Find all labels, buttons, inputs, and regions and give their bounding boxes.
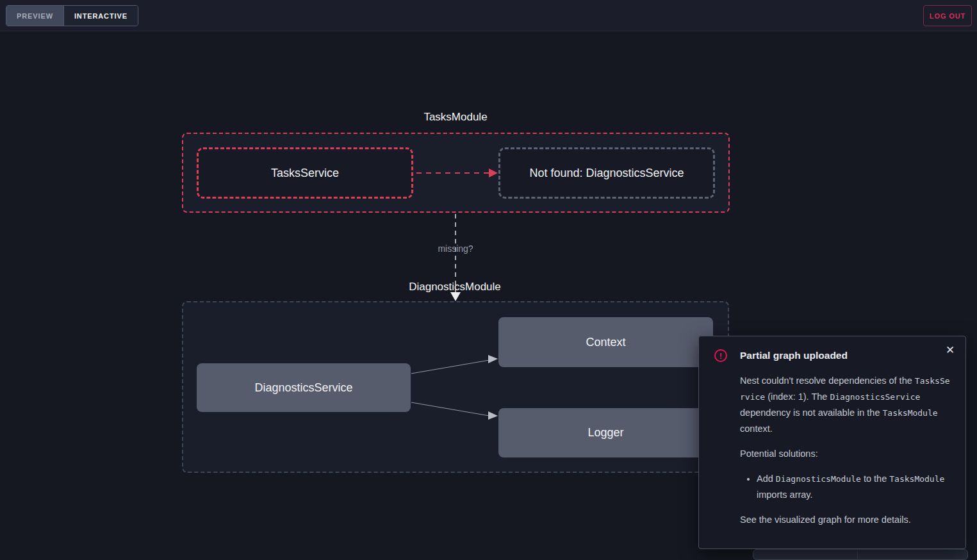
message-text: (index: 1). The bbox=[765, 391, 830, 402]
alert-circle-icon: ! bbox=[714, 349, 727, 362]
code-tasks-module: TasksModule bbox=[889, 474, 944, 484]
node-tasks-service[interactable]: TasksService bbox=[197, 147, 413, 199]
message-text: Nest couldn't resolve dependencies of th… bbox=[740, 375, 915, 386]
node-diagnostics-service[interactable]: DiagnosticsService bbox=[197, 363, 411, 412]
missing-edge-label: missing? bbox=[391, 243, 520, 254]
edge-diagnosticsservice-to-context bbox=[411, 355, 498, 374]
close-icon[interactable]: ✕ bbox=[942, 343, 958, 358]
preview-tab[interactable]: PREVIEW bbox=[6, 6, 64, 26]
node-not-found-diagnostics-service[interactable]: Not found: DiagnosticsService bbox=[498, 147, 715, 199]
solution-text: to the bbox=[861, 474, 889, 484]
notification-body: Nest couldn't resolve dependencies of th… bbox=[740, 373, 950, 528]
graph-controls-left-segment[interactable] bbox=[753, 550, 857, 559]
diagnostics-module-title: DiagnosticsModule bbox=[375, 281, 535, 293]
solution-item: Add DiagnosticsModule to the TasksModule… bbox=[757, 471, 950, 503]
message-text: context. bbox=[740, 424, 773, 434]
potential-solutions-label: Potential solutions: bbox=[740, 446, 950, 462]
node-logger[interactable]: Logger bbox=[498, 408, 713, 457]
notification-header: ! Partial graph uploaded bbox=[714, 349, 950, 362]
message-text: dependency is not available in the bbox=[740, 408, 883, 418]
solution-text: imports array. bbox=[757, 490, 813, 500]
notification-footer: See the visualized graph for more detail… bbox=[740, 512, 950, 528]
code-tasks-module: TasksModule bbox=[883, 408, 938, 418]
edge-diagnosticsservice-to-logger bbox=[411, 402, 498, 420]
graph-controls-bar bbox=[753, 549, 968, 560]
topbar: PREVIEW INTERACTIVE LOG OUT bbox=[0, 0, 977, 31]
edge-tasksservice-to-notfound bbox=[416, 169, 498, 177]
code-diagnostics-service: DiagnosticsService bbox=[830, 392, 920, 402]
notification-panel: ✕ ! Partial graph uploaded Nest couldn't… bbox=[698, 336, 966, 549]
logout-button[interactable]: LOG OUT bbox=[923, 5, 972, 26]
code-diagnostics-module: DiagnosticsModule bbox=[776, 474, 861, 484]
solutions-list: Add DiagnosticsModule to the TasksModule… bbox=[740, 471, 950, 503]
notification-message: Nest couldn't resolve dependencies of th… bbox=[740, 373, 950, 437]
notification-title: Partial graph uploaded bbox=[740, 350, 848, 361]
view-mode-toggle: PREVIEW INTERACTIVE bbox=[6, 5, 138, 26]
node-context[interactable]: Context bbox=[498, 317, 713, 367]
graph-canvas[interactable]: TasksModule TasksService Not found: Diag… bbox=[0, 31, 977, 560]
graph-controls-right-segment[interactable] bbox=[857, 550, 967, 559]
solution-text: Add bbox=[757, 474, 776, 484]
interactive-tab[interactable]: INTERACTIVE bbox=[64, 6, 138, 26]
tasks-module-title: TasksModule bbox=[375, 111, 536, 124]
